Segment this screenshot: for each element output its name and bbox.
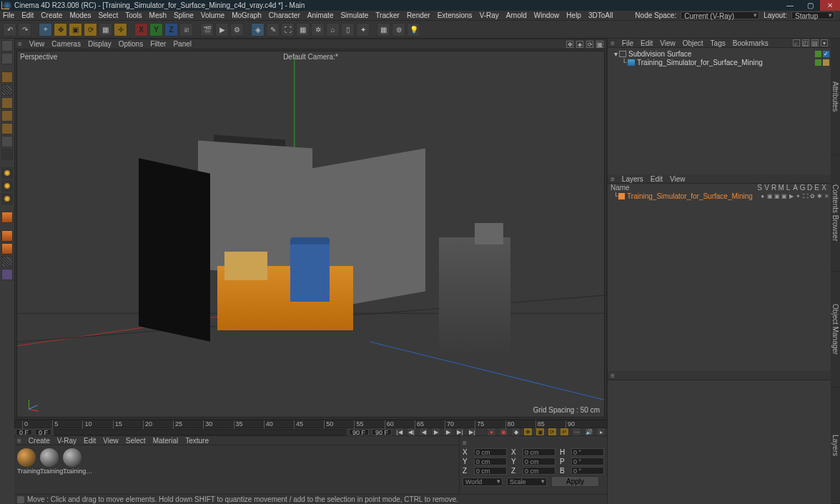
coord-mode-select[interactable]: Scale <box>507 478 547 486</box>
timeline-track[interactable] <box>54 429 346 435</box>
viewport[interactable]: Perspective Default Camera:* <box>16 51 605 417</box>
mat-menu-edit[interactable]: Edit <box>84 437 96 445</box>
close-button[interactable]: ✕ <box>820 0 840 11</box>
vp-menu-options[interactable]: Options <box>119 40 143 48</box>
vtab-object[interactable]: Object Manager <box>831 272 840 388</box>
layer-color-swatch[interactable] <box>618 193 625 199</box>
texture-mode-icon[interactable] <box>1 53 13 64</box>
layer-flag-icon[interactable]: ▶ <box>788 193 795 199</box>
menu-animate[interactable]: Animate <box>307 11 334 19</box>
om-filter-icon[interactable]: ▾ <box>821 39 828 46</box>
model-mode-icon[interactable] <box>1 40 13 51</box>
vp-menu-display[interactable]: Display <box>88 40 112 48</box>
menu-create[interactable]: Create <box>41 11 62 19</box>
grid-toggle-icon[interactable]: ▦ <box>377 23 390 36</box>
menu-extensions[interactable]: Extensions <box>438 11 473 19</box>
layer-flag-icon[interactable]: ✿ <box>809 193 816 199</box>
edge-mode-icon[interactable] <box>1 110 13 122</box>
mat-menu-view[interactable]: View <box>103 437 119 445</box>
uv-mode-icon[interactable] <box>1 136 13 147</box>
light-icon[interactable]: ✦ <box>356 23 370 36</box>
menu-volume[interactable]: Volume <box>201 11 224 19</box>
size-y-field[interactable] <box>523 458 555 465</box>
size-z-field[interactable] <box>523 467 555 475</box>
om-menu-edit[interactable]: Edit <box>641 39 653 47</box>
layer-name[interactable]: Training_Simulator_for_Surface_Mining <box>627 192 759 200</box>
om-menu-tags[interactable]: Tags <box>711 39 726 47</box>
tree-row[interactable]: ▾Subdivision Surface✓ <box>609 49 829 58</box>
viewport-solo-icon[interactable] <box>1 84 13 96</box>
recent-tool-icon[interactable]: ▦ <box>99 23 112 36</box>
vp-menu-panel[interactable]: Panel <box>173 40 192 48</box>
menu-tools[interactable]: Tools <box>125 11 142 19</box>
rot-p-field[interactable] <box>571 458 604 465</box>
vp-orbit-icon[interactable]: ⟳ <box>586 41 593 48</box>
lm-menu-edit[interactable]: Edit <box>651 175 663 183</box>
om-view2-icon[interactable]: ▤ <box>811 39 819 46</box>
minimize-button[interactable]: — <box>780 0 800 11</box>
pos-z-field[interactable] <box>474 467 507 475</box>
snap-icon[interactable]: ⊚ <box>392 23 405 36</box>
lock-z-icon[interactable]: Z <box>164 23 178 36</box>
menu-3dtoall[interactable]: 3DToAll <box>588 11 613 19</box>
menu-select[interactable]: Select <box>98 11 118 19</box>
hint-icon[interactable]: 💡 <box>407 23 420 36</box>
placement-tool-icon[interactable]: ✛ <box>114 23 127 36</box>
vp-menu-view[interactable]: View <box>29 40 45 48</box>
polygon-mode-icon[interactable] <box>1 123 13 134</box>
om-menu-object[interactable]: Object <box>683 39 703 47</box>
render-settings-icon[interactable]: ⚙ <box>230 23 244 36</box>
point-mode-icon[interactable] <box>1 97 13 109</box>
layer-flag-icon[interactable]: ▣ <box>766 193 774 199</box>
render-view-icon[interactable]: 🎬 <box>200 23 214 36</box>
axis-mode-icon[interactable] <box>1 149 13 160</box>
om-menu-bookmarks[interactable]: Bookmarks <box>733 39 769 47</box>
sds-icon-2[interactable] <box>1 180 13 192</box>
layer-flag-icon[interactable]: ▣ <box>781 193 788 199</box>
lock-x-icon[interactable]: X <box>134 23 148 36</box>
grid-icon-2[interactable] <box>1 256 13 267</box>
vp-menu-filter[interactable]: Filter <box>150 40 166 48</box>
menu-file[interactable]: File <box>3 11 14 19</box>
camera-icon[interactable]: ▯ <box>341 23 355 36</box>
layer-flag-icon[interactable]: ✱ <box>816 193 824 199</box>
workplane-icon[interactable] <box>1 230 13 242</box>
menu-simulate[interactable]: Simulate <box>340 11 368 19</box>
coord-system-icon[interactable]: ⎚ <box>179 23 193 36</box>
rotate-tool-icon[interactable]: ⟳ <box>84 23 97 36</box>
om-view1-icon[interactable]: ◰ <box>802 39 809 46</box>
layer-manager[interactable]: Name S V R M L A G D E X └ Training_Simu… <box>608 184 831 371</box>
mat-menu-vray[interactable]: V-Ray <box>57 437 76 445</box>
vtab-browser[interactable]: Contents Browser <box>831 155 840 272</box>
layer-flag-icon[interactable]: ● <box>759 193 766 199</box>
mat-menu-create[interactable]: Create <box>29 437 50 445</box>
deformer-icon[interactable]: ▦ <box>296 23 310 36</box>
time-end-field[interactable]: 90 F <box>372 429 392 435</box>
undo-icon[interactable]: ↶ <box>3 23 16 36</box>
move-tool-icon[interactable]: ✥ <box>54 23 67 36</box>
pos-y-field[interactable] <box>474 458 507 465</box>
time-preview-end-field[interactable]: 90 F <box>349 429 369 435</box>
cube-primitive-icon[interactable]: ◈ <box>251 23 265 36</box>
lock-y-icon[interactable]: Y <box>149 23 163 36</box>
vtab-attributes[interactable]: Attributes <box>831 39 840 155</box>
mat-menu-texture[interactable]: Texture <box>185 437 209 445</box>
material-swatch[interactable]: Training… <box>63 448 83 475</box>
scale-tool-icon[interactable]: ▣ <box>69 23 82 36</box>
snap-icon-2[interactable] <box>1 243 13 255</box>
menu-render[interactable]: Render <box>407 11 430 19</box>
menu-window[interactable]: Window <box>534 11 560 19</box>
layer-flag-icon[interactable]: ✦ <box>795 193 802 199</box>
pos-x-field[interactable] <box>474 448 507 456</box>
attribute-manager[interactable] <box>608 380 831 504</box>
layout-select[interactable]: Startup <box>791 11 834 19</box>
vp-menu-cameras[interactable]: Cameras <box>51 40 81 48</box>
vp-layout-icon[interactable]: ▦ <box>596 41 603 48</box>
fields-icon[interactable]: ✲ <box>311 23 325 36</box>
layer-row[interactable]: └ Training_Simulator_for_Surface_Mining … <box>608 192 831 200</box>
om-menu-file[interactable]: File <box>622 39 633 47</box>
mat-menu-material[interactable]: Material <box>153 437 179 445</box>
apply-button[interactable]: Apply <box>551 476 599 487</box>
rot-b-field[interactable] <box>571 467 604 475</box>
render-pv-icon[interactable]: ▶ <box>215 23 229 36</box>
